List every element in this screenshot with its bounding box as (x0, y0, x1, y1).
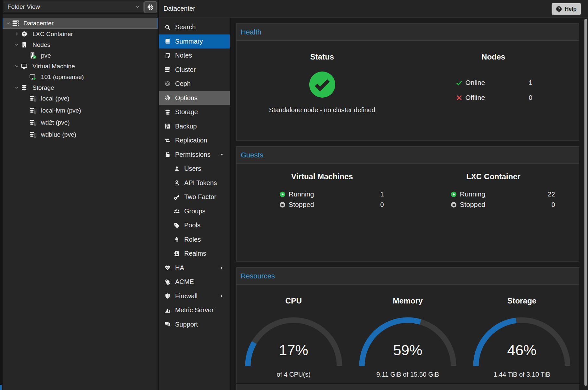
tree-item-101-opnsense[interactable]: 101 (opnsense) (3, 72, 158, 82)
nav-item-ceph[interactable]: Ceph (159, 77, 230, 91)
tree-item-wd2t-pve[interactable]: wd2t (pve) (3, 117, 158, 128)
nav-item-firewall[interactable]: Firewall (159, 289, 230, 303)
nav-item-label: Groups (184, 208, 206, 215)
resource-gauge-storage: Storage46%1.44 TiB of 3.10 TiB (465, 285, 579, 383)
tree-item-wdblue-pve[interactable]: wdblue (pve) (3, 129, 158, 140)
nav-item-label: Realms (184, 250, 206, 257)
page-title: Datacenter (163, 5, 195, 12)
resource-tree: DatacenterLXC ContainerNodespveVirtual M… (3, 14, 158, 390)
user-icon (174, 166, 180, 172)
groups-icon (174, 208, 180, 214)
datacenter-nav-menu: SearchSummaryNotesClusterCephOptionsStor… (159, 18, 231, 390)
bottom-left-accent (0, 385, 2, 390)
resource-gauge-memory: Memory59%9.11 GiB of 15.50 GiB (351, 285, 465, 383)
tree-item-label: wdblue (pve) (41, 131, 76, 138)
tree-settings-button[interactable] (144, 1, 157, 13)
caret-right-icon (220, 266, 224, 270)
status-text: Standalone node - no cluster defined (236, 106, 408, 114)
nav-item-api-tokens[interactable]: API Tokens (159, 176, 230, 190)
scrollbar-thumb[interactable] (584, 19, 587, 386)
tree-item-local-lvm-pve[interactable]: local-lvm (pve) (3, 105, 158, 116)
nav-item-users[interactable]: Users (159, 162, 230, 176)
vertical-scrollbar (583, 18, 588, 390)
nav-item-storage[interactable]: Storage (159, 105, 230, 119)
nav-item-two-factor[interactable]: Two Factor (159, 190, 230, 204)
chevron-down-icon (135, 4, 140, 9)
guests-rows: Running22Stopped0 (408, 189, 579, 210)
chevron-down-icon[interactable] (6, 21, 11, 26)
guest-status-value: 22 (548, 191, 555, 198)
nav-item-ha[interactable]: HA (159, 261, 230, 275)
nav-item-label: Ceph (175, 80, 191, 87)
nav-item-label: Cluster (175, 66, 196, 74)
gauge-detail: of 4 CPU(s) (236, 371, 351, 378)
summary-icon (165, 38, 171, 44)
gauge-arc: 17% (245, 317, 343, 366)
guest-status-label: Stopped (289, 201, 314, 208)
guest-status-label: Running (289, 190, 314, 198)
tree-item-storage[interactable]: Storage (3, 82, 158, 93)
chevron-down-icon[interactable] (14, 64, 19, 69)
proxmox-datacenter-screen: Folder View DatacenterLXC ContainerNodes… (0, 0, 588, 390)
tree-item-pve[interactable]: pve (3, 50, 158, 61)
ceph-icon (165, 81, 171, 87)
gauge-title: CPU (236, 296, 351, 305)
nav-item-label: HA (175, 264, 184, 272)
chevron-right-icon[interactable] (14, 32, 19, 36)
gauge-percent: 17% (245, 342, 343, 359)
nav-item-acme[interactable]: ACME (159, 275, 230, 289)
nav-item-realms[interactable]: Realms (159, 247, 230, 261)
help-button[interactable]: ? Help (552, 3, 581, 15)
gauge-arc: 59% (359, 317, 457, 366)
nav-item-search[interactable]: Search (159, 20, 230, 34)
storage-drive-icon (30, 131, 36, 138)
nav-item-groups[interactable]: Groups (159, 204, 230, 219)
tree-item-lxc-container[interactable]: LXC Container (3, 29, 158, 39)
nav-item-options[interactable]: Options (159, 91, 230, 105)
resources-panel: Resources CPU17%of 4 CPU(s)Memory59%9.11… (236, 267, 579, 383)
view-mode-select[interactable]: Folder View (4, 2, 144, 12)
node-status-value: 0 (529, 94, 532, 101)
gauge-percent: 59% (359, 342, 457, 359)
tree-item-local-pve[interactable]: local (pve) (3, 93, 158, 104)
gear-icon (147, 4, 154, 10)
tree-item-label: wd2t (pve) (41, 119, 70, 126)
nav-item-label: Summary (175, 38, 203, 45)
metric-server-icon (165, 307, 171, 313)
nav-item-label: Users (184, 165, 201, 172)
svg-text:?: ? (558, 7, 560, 11)
play-circle-icon (279, 191, 286, 197)
tree-item-datacenter[interactable]: Datacenter (3, 18, 158, 29)
guest-status-row-lxc-container-stopped: Stopped0 (422, 199, 565, 210)
nav-item-roles[interactable]: Roles (159, 233, 230, 247)
tree-item-virtual-machine[interactable]: Virtual Machine (3, 61, 158, 72)
check-icon (456, 80, 462, 86)
nav-item-replication[interactable]: Replication (159, 133, 230, 148)
node-status-label: Online (466, 79, 485, 87)
support-icon (165, 321, 171, 327)
nav-item-label: Pools (184, 222, 200, 229)
nav-item-metric-server[interactable]: Metric Server (159, 303, 230, 317)
resource-gauge-cpu: CPU17%of 4 CPU(s) (236, 285, 351, 383)
node-online-icon (30, 52, 36, 59)
nav-item-notes[interactable]: Notes (159, 48, 230, 63)
tree-item-nodes[interactable]: Nodes (3, 39, 158, 50)
notes-icon (165, 53, 171, 59)
chevron-down-icon[interactable] (14, 42, 19, 47)
next-section-header-partial (236, 384, 579, 390)
nav-item-permissions[interactable]: Permissions (159, 148, 230, 162)
nav-item-summary[interactable]: Summary (159, 34, 230, 49)
nav-item-cluster[interactable]: Cluster (159, 63, 230, 77)
content-header: Datacenter ? Help (159, 0, 588, 18)
tree-toolbar: Folder View (3, 0, 158, 14)
health-panel-title: Health (236, 23, 579, 40)
guest-status-row-lxc-container-running: Running22 (422, 189, 565, 199)
chevron-down-icon[interactable] (14, 85, 19, 90)
pools-icon (174, 222, 180, 228)
guests-column-heading: LXC Container (408, 172, 579, 181)
nav-item-backup[interactable]: Backup (159, 119, 230, 134)
nav-item-support[interactable]: Support (159, 317, 230, 332)
nav-item-label: API Tokens (184, 179, 217, 187)
backup-icon (165, 123, 171, 129)
nav-item-pools[interactable]: Pools (159, 218, 230, 233)
